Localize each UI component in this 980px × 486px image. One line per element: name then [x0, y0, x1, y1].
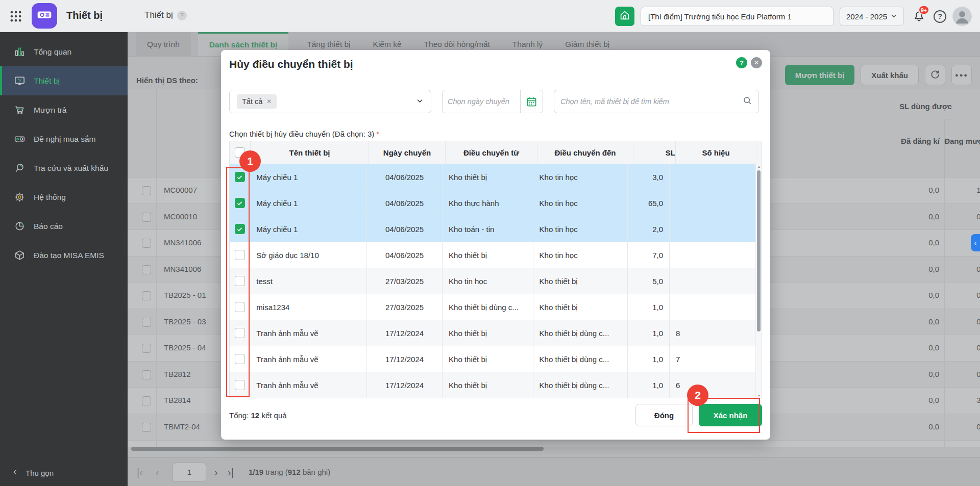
sidebar: Tổng quan Thiết bị Mượn trả Đề nghị mua … [0, 32, 128, 486]
table-row[interactable]: Máy chiếu 1 04/06/2025 Kho thực hành Kho… [230, 190, 762, 216]
column-header: Ngày chuyển [369, 141, 446, 164]
table-row[interactable]: Máy chiếu 1 04/06/2025 Kho thiết bị Kho … [230, 164, 762, 190]
required-asterisk: * [376, 130, 379, 138]
warehouse-filter-select[interactable]: Tất cả ✕ [229, 90, 431, 113]
school-selector[interactable]: [Thí điểm] Trường tiểu học Edu Platform … [641, 7, 834, 26]
table-row[interactable]: misa1234 27/03/2025 Kho thiết bị dùng c.… [230, 294, 762, 320]
device-search-box[interactable] [554, 90, 759, 113]
monitor-icon [13, 75, 26, 87]
close-button[interactable]: Đóng [635, 404, 693, 426]
calendar-icon[interactable] [520, 90, 543, 113]
date-input[interactable] [443, 97, 520, 106]
table-row[interactable]: Tranh ảnh mẫu vẽ 17/12/2024 Kho thiết bị… [230, 320, 762, 346]
row-checkbox[interactable] [235, 172, 245, 182]
search-icon[interactable] [742, 95, 752, 108]
cell-transfer-from: Kho thiết bị [443, 242, 533, 268]
home-button[interactable] [615, 7, 634, 26]
close-icon[interactable]: ✕ [751, 57, 762, 68]
sidebar-item-tong-quan[interactable]: Tổng quan [0, 37, 128, 66]
module-help-icon[interactable]: ? [177, 11, 187, 20]
projector-icon [13, 133, 26, 145]
row-checkbox[interactable] [235, 250, 245, 260]
sidebar-item-he-thong[interactable]: Hệ thống [0, 183, 128, 212]
cell-transfer-date: 04/06/2025 [367, 216, 443, 242]
search-input[interactable] [560, 97, 742, 106]
table-row[interactable]: Máy chiếu 1 04/06/2025 Kho toán - tin Kh… [230, 216, 762, 242]
cart-icon [13, 104, 26, 116]
chevron-down-icon [890, 12, 897, 21]
row-checkbox[interactable] [235, 354, 245, 364]
sidebar-item-dao-tao[interactable]: Đào tạo MISA EMIS [0, 241, 128, 270]
help-button[interactable]: ? [934, 10, 946, 23]
cell-quantity: 65,0 [628, 190, 670, 216]
cell-device-name: Tranh ảnh mẫu vẽ [250, 372, 367, 398]
cell-transfer-from: Kho thiết bị [443, 372, 533, 398]
cell-transfer-date: 27/03/2025 [367, 268, 443, 294]
avatar[interactable] [952, 7, 972, 26]
cell-transfer-date: 17/12/2024 [367, 372, 443, 398]
sidebar-item-label: Tổng quan [34, 47, 71, 57]
module-tab[interactable]: Thiết bị ? [144, 10, 187, 20]
cell-device-name: Tranh ảnh mẫu vẽ [250, 346, 367, 372]
scroll-down-arrow[interactable]: ▼ [756, 394, 762, 397]
cell-quantity: 5,0 [628, 268, 670, 294]
bar-chart-icon [13, 46, 26, 58]
table-row[interactable]: Sở giáo dục 18/10 04/06/2025 Kho thiết b… [230, 242, 762, 268]
page-title: Thiết bị [66, 10, 103, 21]
sidebar-item-de-nghi-mua-sam[interactable]: Đề nghị mua sắm [0, 124, 128, 154]
apps-grid-icon[interactable] [9, 10, 22, 23]
cell-quantity: 7,0 [628, 242, 670, 268]
cell-transfer-date: 17/12/2024 [367, 346, 443, 372]
sidebar-item-bao-cao[interactable]: Báo cáo [0, 212, 128, 241]
table-row[interactable]: Tranh ảnh mẫu vẽ 17/12/2024 Kho thiết bị… [230, 372, 762, 398]
cell-transfer-date: 17/12/2024 [367, 320, 443, 346]
sidebar-collapse-button[interactable]: Thu gọn [11, 468, 54, 478]
search-icon [13, 162, 26, 174]
scroll-up-arrow[interactable]: ▲ [756, 165, 762, 168]
scrollbar-thumb[interactable] [757, 170, 761, 331]
cell-serial [670, 190, 749, 216]
transfer-date-filter[interactable] [442, 90, 543, 113]
app-window: Thiết bị Thiết bị ? [Thí điểm] Trường ti… [0, 0, 980, 486]
sidebar-item-tra-cuu[interactable]: Tra cứu và xuất khẩu [0, 154, 128, 183]
school-year-selector[interactable]: 2024 - 2025 [840, 7, 904, 26]
cell-device-name: tesst [250, 268, 367, 294]
cell-transfer-to: Kho thiết bị [533, 294, 628, 320]
sidebar-menu: Tổng quan Thiết bị Mượn trả Đề nghị mua … [0, 32, 128, 270]
transfer-table: Tên thiết bị Ngày chuyển Điều chuyển từ … [229, 141, 762, 398]
cell-serial: 8 [670, 320, 749, 346]
cell-serial [670, 294, 749, 320]
app-logo[interactable] [32, 3, 57, 29]
row-checkbox[interactable] [235, 224, 245, 234]
table-row[interactable]: tesst 27/03/2025 Kho tin học Kho thiết b… [230, 268, 762, 294]
sidebar-item-muon-tra[interactable]: Mượn trả [0, 95, 128, 124]
row-checkbox[interactable] [235, 198, 245, 208]
column-header: Tên thiết bị [251, 141, 369, 164]
modal-title: Hủy điều chuyển thiết bị [229, 56, 353, 70]
total-results-label: Tổng: 12 kết quả [229, 411, 287, 420]
modal-help-icon[interactable]: ? [736, 57, 747, 68]
row-checkbox[interactable] [235, 328, 245, 338]
sidebar-item-thiet-bi[interactable]: Thiết bị [0, 66, 128, 95]
select-all-checkbox[interactable] [235, 147, 245, 158]
cell-serial [670, 216, 749, 242]
side-panel-handle[interactable]: ‹ [971, 234, 980, 251]
modal-filters: Tất cả ✕ [229, 90, 762, 113]
row-checkbox[interactable] [235, 302, 245, 312]
school-name: [Thí điểm] Trường tiểu học Edu Platform … [648, 12, 792, 21]
cell-serial: 6 [670, 372, 749, 398]
vertical-scrollbar[interactable]: ▲ ▼ [755, 164, 762, 398]
cell-transfer-from: Kho thiết bị [443, 346, 533, 372]
table-row[interactable]: Tranh ảnh mẫu vẽ 17/12/2024 Kho thiết bị… [230, 346, 762, 372]
cell-transfer-to: Kho thiết bị dùng c... [533, 372, 628, 398]
notification-badge: 9+ [918, 5, 929, 15]
chip-remove-icon[interactable]: ✕ [266, 98, 272, 105]
column-header: Số hiệu [676, 141, 756, 164]
cell-quantity: 1,0 [628, 372, 670, 398]
cell-device-name: Tranh ảnh mẫu vẽ [250, 320, 367, 346]
confirm-button[interactable]: Xác nhận [699, 404, 762, 426]
header-right-cluster: [Thí điểm] Trường tiểu học Edu Platform … [615, 6, 972, 27]
row-checkbox[interactable] [235, 380, 245, 390]
notifications-button[interactable]: 9+ [910, 8, 927, 25]
row-checkbox[interactable] [235, 276, 245, 286]
